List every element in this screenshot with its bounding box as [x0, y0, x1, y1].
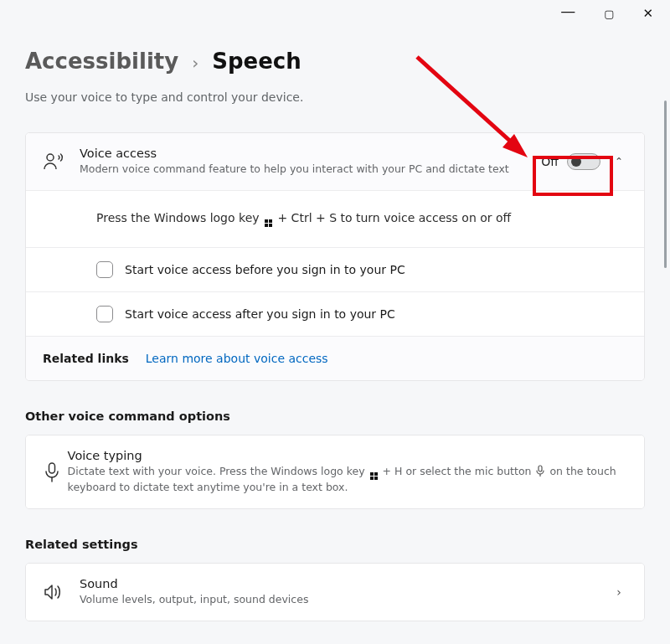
mic-inline-icon	[536, 465, 544, 477]
voice-typing-card[interactable]: Voice typing Dictate text with your voic…	[25, 435, 645, 509]
breadcrumb-parent[interactable]: Accessibility	[25, 49, 178, 74]
close-button[interactable]: ✕	[642, 6, 653, 21]
voice-access-before-signin-row[interactable]: Start voice access before you sign in to…	[26, 247, 644, 291]
voice-typing-title: Voice typing	[68, 449, 627, 462]
voice-access-header-row[interactable]: Voice access Modern voice command featur…	[26, 133, 644, 190]
voice-access-card: Voice access Modern voice command featur…	[25, 132, 645, 381]
voice-access-expander[interactable]: ⌃	[611, 156, 627, 167]
svg-point-0	[47, 154, 54, 161]
windows-key-icon	[370, 472, 378, 480]
speaker-icon	[43, 583, 80, 601]
voice-access-toggle-label: Off	[541, 155, 559, 168]
svg-rect-1	[49, 463, 55, 473]
sound-title: Sound	[80, 577, 611, 590]
svg-rect-2	[539, 466, 542, 471]
minimize-button[interactable]: —	[560, 2, 575, 19]
voice-access-before-signin-label: Start voice access before you sign in to…	[125, 263, 405, 276]
voice-access-shortcut-info: Press the Windows logo key + Ctrl + S to…	[26, 190, 644, 247]
learn-more-voice-access-link[interactable]: Learn more about voice access	[146, 352, 328, 365]
maximize-button[interactable]: ▢	[604, 8, 614, 20]
windows-key-icon	[265, 219, 272, 227]
other-voice-heading: Other voice command options	[25, 410, 645, 423]
breadcrumb-current: Speech	[212, 49, 302, 74]
related-links-label: Related links	[43, 352, 129, 365]
window-titlebar: — ▢ ✕	[560, 0, 670, 27]
voice-access-after-signin-label: Start voice access after you sign in to …	[125, 307, 395, 321]
breadcrumb-separator: ›	[192, 53, 198, 73]
related-settings-heading: Related settings	[25, 538, 645, 551]
voice-access-icon	[43, 152, 80, 172]
mic-icon	[43, 461, 68, 483]
voice-typing-desc: Dictate text with your voice. Press the …	[68, 464, 627, 495]
voice-access-after-signin-row[interactable]: Start voice access after you sign in to …	[26, 291, 644, 336]
voice-access-desc: Modern voice command feature to help you…	[80, 162, 541, 177]
scrollbar[interactable]	[664, 100, 667, 268]
voice-access-related-row: Related links Learn more about voice acc…	[26, 336, 644, 380]
voice-access-title: Voice access	[80, 147, 541, 160]
sound-card[interactable]: Sound Volume levels, output, input, soun…	[25, 563, 645, 621]
voice-access-before-signin-checkbox[interactable]	[96, 261, 113, 278]
chevron-right-icon: ›	[611, 585, 627, 599]
voice-access-toggle[interactable]	[567, 153, 600, 170]
page-subheading: Use your voice to type and control your …	[25, 90, 645, 104]
voice-access-after-signin-checkbox[interactable]	[96, 306, 113, 322]
breadcrumb: Accessibility › Speech	[25, 49, 645, 74]
sound-desc: Volume levels, output, input, sound devi…	[80, 592, 611, 607]
